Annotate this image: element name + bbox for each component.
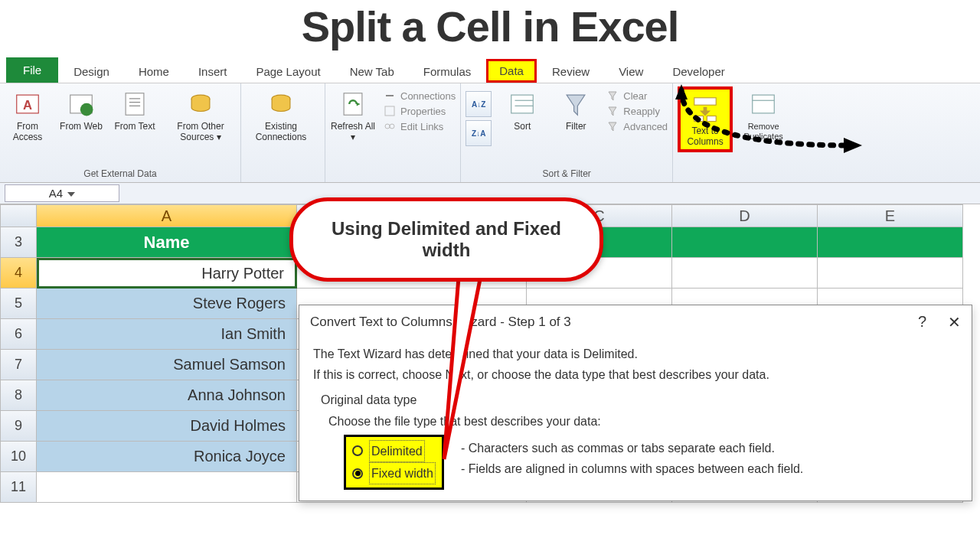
tab-insert[interactable]: Insert [185, 60, 241, 83]
cell[interactable]: Steve Rogers [37, 289, 297, 319]
help-button[interactable]: ? [918, 313, 926, 331]
svg-marker-19 [609, 92, 616, 100]
from-text-button[interactable]: From Text [112, 86, 158, 132]
web-icon [67, 90, 96, 119]
tab-new-tab[interactable]: New Tab [336, 60, 408, 83]
from-other-sources-button[interactable]: From Other Sources ▾ [165, 86, 236, 143]
link-icon [384, 90, 396, 102]
row-header[interactable]: 10 [0, 442, 37, 472]
group-sort-filter: A↓Z Z↓A Sort Filter Clear Reapply Advanc… [461, 83, 673, 182]
text-to-columns-highlight: Text to Columns [678, 86, 733, 152]
header-cell-name[interactable]: Name [37, 227, 297, 258]
svg-rect-4 [126, 93, 144, 116]
svg-rect-15 [511, 95, 534, 113]
svg-rect-24 [694, 116, 704, 122]
row-header[interactable]: 9 [0, 411, 37, 442]
group-external-data: A From Access From Web From Text From Ot… [0, 83, 241, 182]
sort-desc-button[interactable]: Z↓A [466, 120, 492, 146]
radio-fixed-width[interactable]: Fixed width [352, 462, 436, 484]
funnel-icon [561, 90, 590, 119]
chain-icon [384, 120, 396, 132]
cell[interactable] [37, 472, 297, 503]
radio-icon [352, 468, 363, 479]
text-icon [120, 90, 149, 119]
tab-home[interactable]: Home [125, 60, 183, 83]
row-header[interactable]: 8 [0, 380, 37, 411]
connections-link[interactable]: Connections [384, 90, 456, 102]
text-to-columns-button[interactable]: Text to Columns [682, 91, 728, 148]
row-header[interactable]: 7 [0, 350, 37, 380]
row-header[interactable]: 4 [0, 258, 37, 289]
tab-developer[interactable]: Developer [658, 60, 738, 83]
access-icon: A [13, 90, 42, 119]
group-refresh: Refresh All ▾ Connections Properties Edi… [325, 83, 461, 182]
col-header-a[interactable]: A [37, 204, 297, 227]
cell[interactable]: Anna Johnson [37, 380, 297, 411]
svg-rect-26 [753, 95, 775, 113]
wizard-line1: The Text Wizard has determined that your… [313, 344, 958, 364]
ribbon-tabs: File Design Home Insert Page Layout New … [0, 56, 980, 83]
clear-icon [606, 90, 619, 102]
tab-design[interactable]: Design [60, 60, 123, 83]
cell[interactable]: David Holmes [37, 411, 297, 442]
text-to-columns-icon [691, 94, 720, 123]
svg-marker-21 [609, 122, 616, 131]
tab-formulas[interactable]: Formulas [410, 60, 485, 83]
col-header-d[interactable]: D [672, 204, 818, 227]
svg-rect-22 [694, 98, 717, 106]
group-data-tools: Text to Columns Remove Duplicates [673, 83, 791, 182]
tab-review[interactable]: Review [538, 60, 603, 83]
group-connections: Existing Connections [241, 83, 325, 182]
filter-button[interactable]: Filter [553, 86, 599, 132]
advanced-icon [606, 120, 619, 132]
svg-marker-23 [700, 107, 710, 116]
text-to-columns-wizard: Convert Text to Columns Wizard - Step 1 … [299, 305, 972, 501]
properties-icon [384, 105, 396, 117]
from-access-button[interactable]: A From Access [5, 86, 51, 143]
row-header[interactable]: 6 [0, 319, 37, 350]
cell[interactable]: Samuel Samson [37, 350, 297, 380]
svg-marker-20 [609, 107, 616, 116]
callout-bubble: Using Delimited and Fixed width [289, 197, 603, 282]
wizard-line2: If this is correct, choose Next, or choo… [313, 364, 958, 385]
from-web-button[interactable]: From Web [58, 86, 104, 132]
reapply-filter[interactable]: Reapply [606, 105, 668, 117]
svg-rect-25 [707, 116, 716, 122]
col-header-e[interactable]: E [818, 204, 963, 227]
edit-links-link[interactable]: Edit Links [384, 120, 456, 132]
wizard-prompt: Choose the file type that best describes… [313, 411, 958, 432]
svg-point-13 [385, 124, 390, 129]
svg-text:A: A [23, 98, 32, 112]
name-box[interactable]: A4 [5, 184, 119, 202]
sort-asc-button[interactable]: A↓Z [466, 91, 492, 117]
row-header[interactable]: 5 [0, 289, 37, 319]
radio-delimited[interactable]: Delimited [352, 440, 436, 462]
row-header[interactable]: 11 [0, 472, 37, 503]
tab-view[interactable]: View [605, 60, 657, 83]
cell[interactable]: Ronica Joyce [37, 442, 297, 472]
cell[interactable]: Ian Smith [37, 319, 297, 350]
chevron-down-icon [67, 192, 75, 197]
existing-connections-button[interactable]: Existing Connections [246, 86, 316, 143]
page-title: Split a Cell in Excel [0, 0, 980, 56]
tab-data[interactable]: Data [486, 59, 537, 83]
advanced-filter[interactable]: Advanced [606, 120, 668, 132]
dialog-title: Convert Text to Columns Wizard - Step 1 … [310, 315, 571, 330]
refresh-icon [338, 90, 368, 119]
select-all-corner[interactable] [0, 204, 37, 227]
properties-link[interactable]: Properties [384, 105, 456, 117]
group-label-external: Get External Data [5, 167, 236, 181]
radio-icon [352, 445, 363, 456]
tab-file[interactable]: File [6, 57, 58, 83]
wizard-section: Original data type [313, 390, 958, 410]
sort-button[interactable]: Sort [499, 86, 545, 132]
remove-duplicates-button[interactable]: Remove Duplicates [740, 86, 786, 141]
clear-filter[interactable]: Clear [606, 90, 668, 102]
tab-page-layout[interactable]: Page Layout [242, 60, 334, 83]
cell[interactable]: Harry Potter [37, 258, 297, 289]
row-header[interactable]: 3 [0, 227, 37, 258]
refresh-all-button[interactable]: Refresh All ▾ [330, 86, 376, 143]
svg-rect-12 [385, 106, 394, 116]
ribbon: A From Access From Web From Text From Ot… [0, 83, 980, 183]
close-button[interactable]: ✕ [948, 313, 961, 331]
